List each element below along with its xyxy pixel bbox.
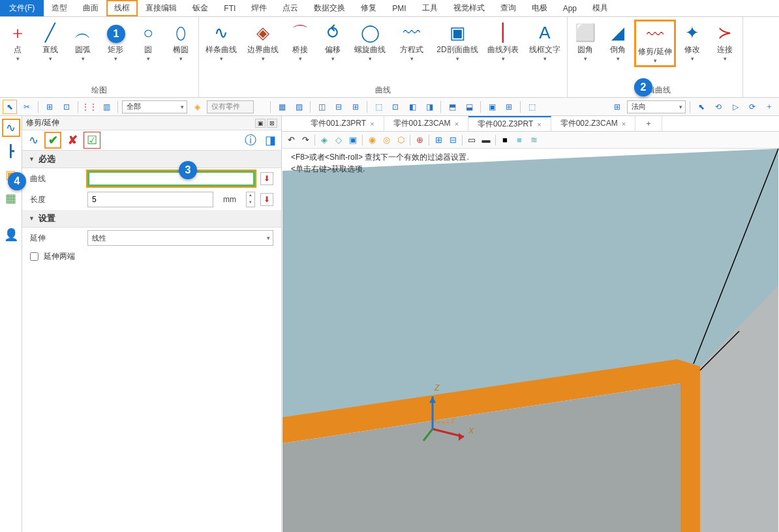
menu-item-wireframe[interactable]: 线框: [106, 0, 138, 16]
vt-undo-icon[interactable]: ↶: [284, 134, 298, 147]
palette-icon[interactable]: ▥: [99, 100, 114, 114]
tb-ico-b[interactable]: ▨: [292, 100, 306, 114]
grid-icon[interactable]: ⊞: [42, 100, 57, 114]
menu-item-9[interactable]: 修复: [353, 0, 384, 16]
both-ends-checkbox[interactable]: [30, 252, 38, 261]
vt-cube3-icon[interactable]: ▣: [346, 134, 359, 147]
ribbon-螺旋曲线[interactable]: ◯螺旋曲线▾: [349, 20, 391, 63]
ribbon-偏移[interactable]: ⥀偏移▾: [316, 20, 349, 63]
side-tab-image-icon[interactable]: ▦: [2, 189, 20, 207]
menu-item-3[interactable]: 直接编辑: [138, 0, 185, 16]
menu-item-10[interactable]: PMI: [384, 0, 414, 16]
menu-item-0[interactable]: 造型: [44, 0, 75, 16]
tb-ico-h[interactable]: ◧: [405, 100, 420, 114]
panel-minimize-button[interactable]: ▣: [255, 119, 266, 128]
play-back-icon[interactable]: ⟲: [711, 100, 726, 114]
side-tab-tree-icon[interactable]: ┣: [2, 142, 20, 160]
close-icon[interactable]: ×: [370, 120, 374, 128]
tb-ico-k[interactable]: ⬓: [462, 100, 476, 114]
side-tab-user-icon[interactable]: 👤: [2, 226, 20, 244]
cursor-icon[interactable]: ⬉: [3, 100, 17, 114]
plus-icon[interactable]: ＋: [762, 100, 776, 114]
settings-section-header[interactable]: 设置: [22, 210, 281, 228]
ribbon-点[interactable]: ＋点▾: [1, 20, 34, 63]
doc-tab[interactable]: 零件002.Z3PRT×: [468, 116, 551, 131]
ribbon-倒角[interactable]: ◢倒角▾: [602, 20, 634, 63]
ribbon-圆弧[interactable]: ︵圆弧▾: [67, 20, 99, 63]
curve-pick-button[interactable]: ⬇: [260, 172, 273, 185]
tb-ico-m[interactable]: ⊞: [502, 100, 516, 114]
cube-icon[interactable]: ◈: [190, 100, 204, 114]
vt-layers-icon[interactable]: ≋: [527, 134, 540, 147]
ribbon-2D剖面曲线[interactable]: ▣2D剖面曲线▾: [433, 20, 482, 63]
doc-tab[interactable]: 零件002.Z3CAM×: [551, 116, 635, 131]
side-tab-curve-icon[interactable]: ∿: [2, 119, 20, 137]
tb-ico-l[interactable]: ▣: [485, 100, 499, 114]
info-button[interactable]: ⓘ: [242, 132, 259, 149]
extend-combo[interactable]: 线性: [87, 230, 273, 246]
length-spinner[interactable]: ▴▾: [246, 192, 255, 207]
play-icon[interactable]: ▷: [728, 100, 742, 114]
normal-combo[interactable]: 法向: [627, 100, 686, 113]
menu-item-7[interactable]: 点云: [275, 0, 306, 16]
menu-item-11[interactable]: 工具: [414, 0, 446, 16]
vt-shade-icon[interactable]: ◉: [365, 134, 378, 147]
vt-cube1-icon[interactable]: ◈: [318, 134, 331, 147]
vt-grid2-icon[interactable]: ⊟: [446, 134, 459, 147]
menu-item-1[interactable]: 曲面: [75, 0, 106, 16]
ribbon-修剪/延伸[interactable]: 〰修剪/延伸▾: [634, 20, 676, 67]
doc-tab[interactable]: 零件001.Z3CAM×: [384, 116, 468, 131]
menu-file[interactable]: 文件(F): [0, 0, 44, 16]
vt-blue-icon[interactable]: ■: [513, 134, 526, 147]
filter-combo[interactable]: 全部: [122, 100, 187, 113]
tb-ico-c[interactable]: ◫: [314, 100, 329, 114]
menu-item-5[interactable]: FTI: [216, 0, 243, 16]
vt-cube2-icon[interactable]: ◇: [332, 134, 345, 147]
menu-item-6[interactable]: 焊件: [243, 0, 275, 16]
vt-hex-icon[interactable]: ⬡: [394, 134, 407, 147]
vt-grid1-icon[interactable]: ⊞: [432, 134, 445, 147]
tb-ico-f[interactable]: ⬚: [371, 100, 386, 114]
ribbon-修改[interactable]: ✦修改▾: [676, 20, 709, 63]
ribbon-方程式[interactable]: 〰方程式▾: [391, 20, 433, 63]
apply-button[interactable]: ✔: [44, 132, 61, 149]
ribbon-曲线列表[interactable]: ⎮曲线列表▾: [482, 20, 524, 63]
scissors-icon[interactable]: ✂: [20, 100, 34, 114]
ribbon-桥接[interactable]: ⌒桥接▾: [284, 20, 316, 63]
menu-item-16[interactable]: 模具: [585, 0, 616, 16]
tb-ico-g[interactable]: ⊡: [388, 100, 403, 114]
ribbon-直线[interactable]: ╱直线▾: [34, 20, 67, 63]
ribbon-线框文字[interactable]: A线框文字▾: [524, 20, 566, 63]
cancel-button[interactable]: ✘: [64, 132, 81, 149]
vt-black-icon[interactable]: ■: [498, 134, 512, 147]
dotted-icon[interactable]: ⊡: [59, 100, 74, 114]
vt-win2-icon[interactable]: ▬: [480, 134, 493, 147]
ribbon-圆角[interactable]: ⬜圆角▾: [569, 20, 602, 63]
canvas-3d[interactable]: <F8>或者<Shift-roll> 查找下一个有效的过滤器设置. <单击右键>…: [282, 149, 779, 532]
menu-item-12[interactable]: 视觉样式: [446, 0, 493, 16]
menu-item-15[interactable]: App: [555, 0, 585, 16]
vt-redo-icon[interactable]: ↷: [299, 134, 312, 147]
repeat-button[interactable]: ☑: [84, 132, 100, 149]
ribbon-样条曲线[interactable]: ∿样条曲线▾: [200, 20, 242, 63]
menu-item-14[interactable]: 电极: [524, 0, 555, 16]
tb-ico-j[interactable]: ⬒: [445, 100, 459, 114]
tb-ico-e[interactable]: ⊞: [348, 100, 363, 114]
dots-icon[interactable]: ⋮⋮: [82, 100, 97, 114]
menu-item-8[interactable]: 数据交换: [306, 0, 353, 16]
close-icon[interactable]: ×: [622, 120, 626, 128]
new-tab-button[interactable]: ＋: [635, 116, 662, 131]
tb-ico-a[interactable]: ▦: [275, 100, 289, 114]
tb-grid-icon[interactable]: ⊞: [610, 100, 624, 114]
ribbon-圆[interactable]: ○圆▾: [132, 20, 164, 63]
panel-close-button[interactable]: ⊠: [267, 119, 277, 128]
menu-item-13[interactable]: 查询: [493, 0, 524, 16]
cursor2-icon[interactable]: ⬉: [694, 100, 709, 114]
close-icon[interactable]: ×: [537, 121, 541, 128]
expand-button[interactable]: ◨: [262, 132, 279, 149]
length-input[interactable]: [87, 192, 213, 207]
ribbon-连接[interactable]: ≻连接▾: [709, 20, 741, 63]
play-fwd-icon[interactable]: ⟳: [745, 100, 759, 114]
vt-target-icon[interactable]: ⊕: [413, 134, 426, 147]
ribbon-边界曲线[interactable]: ◈边界曲线▾: [242, 20, 284, 63]
